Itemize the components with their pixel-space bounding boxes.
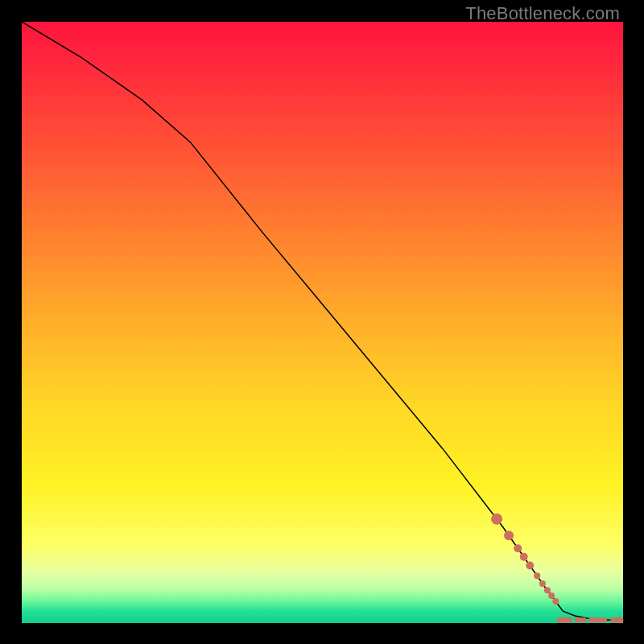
marker-dot — [520, 553, 528, 561]
marker-dot — [617, 617, 623, 623]
marker-dot — [491, 514, 502, 525]
bottleneck-curve — [22, 22, 623, 620]
marker-dot — [548, 592, 555, 599]
marker-dot — [539, 580, 546, 587]
marker-dot — [534, 572, 540, 579]
marker-dot — [526, 562, 534, 570]
chart-overlay-svg — [22, 22, 623, 623]
marker-dot — [514, 544, 522, 552]
marker-dot — [552, 598, 559, 605]
marker-dot — [504, 530, 514, 540]
chart-frame: TheBottleneck.com — [0, 0, 644, 644]
marker-dot — [544, 587, 551, 593]
bottom-markers-group — [491, 514, 623, 624]
